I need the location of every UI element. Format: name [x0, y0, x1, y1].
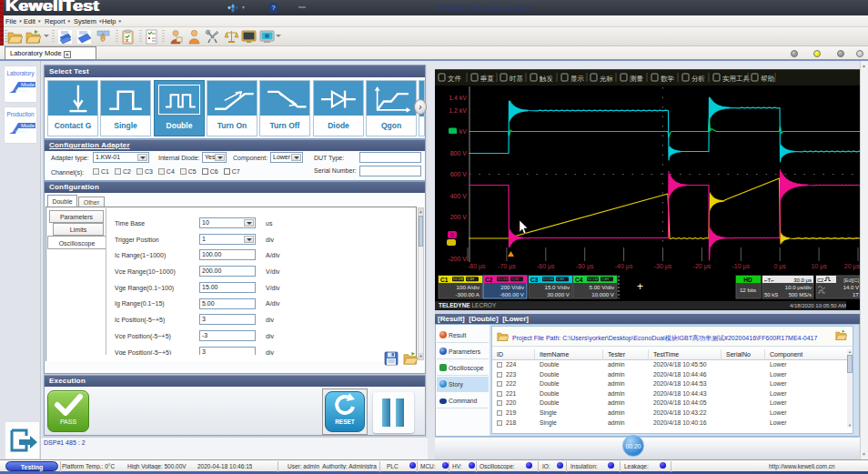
svg-text:-300.00 A: -300.00 A [456, 291, 480, 298]
svg-text:时基: 时基 [510, 75, 524, 83]
svg-text:10.000 V: 10.000 V [591, 291, 615, 298]
svg-text:C4: C4 [575, 277, 583, 283]
svg-text:-30 μs: -30 μs [654, 263, 672, 270]
svg-text:100 A/div: 100 A/div [457, 284, 480, 290]
svg-text:15.0 V/div: 15.0 V/div [544, 284, 570, 290]
svg-text:800 V: 800 V [450, 150, 468, 156]
svg-text:-20 μs: -20 μs [693, 263, 712, 270]
svg-text:KEWELL: KEWELL [15, 130, 28, 134]
svg-text:触发: 触发 [539, 75, 554, 83]
svg-text:200 V: 200 V [450, 214, 468, 220]
svg-text:⌐T⌐: ⌐T⌐ [764, 277, 774, 283]
svg-text:C1H: C1H [467, 277, 474, 281]
svg-text:12 bits: 12 bits [740, 287, 756, 293]
svg-text:30.0 μs: 30.0 μs [793, 277, 812, 283]
svg-text:C2: C2 [485, 277, 493, 283]
svg-text:实用工具: 实用工具 [722, 75, 751, 83]
svg-text:1T: 1T [853, 292, 859, 298]
svg-text:-60 μs: -60 μs [537, 263, 555, 270]
svg-text:600 V: 600 V [450, 171, 468, 177]
svg-text:文件: 文件 [448, 75, 462, 83]
svg-text:KEWELL: KEWELL [15, 89, 28, 93]
svg-text:C4H: C4H [601, 277, 609, 281]
svg-text:测量: 测量 [630, 75, 644, 83]
svg-text:-200 V: -200 V [448, 256, 467, 262]
svg-text:-10 μs: -10 μs [732, 263, 750, 270]
svg-text:0 μs: 0 μs [774, 263, 787, 270]
svg-text:+: + [637, 280, 643, 293]
svg-text:-40 μs: -40 μs [615, 263, 633, 270]
svg-text:30.000 V: 30.000 V [547, 291, 570, 298]
svg-text:C2: C2 [817, 277, 823, 283]
svg-text:14.0 V: 14.0 V [843, 285, 859, 290]
svg-text:垂直: 垂直 [479, 75, 495, 83]
svg-text:5.00 V/div: 5.00 V/div [589, 284, 614, 290]
svg-text:50 kS: 50 kS [764, 292, 778, 298]
svg-text:-50 μs: -50 μs [576, 263, 594, 270]
svg-text:C3: C3 [530, 277, 539, 283]
svg-text:200 V/div: 200 V/div [500, 284, 525, 290]
svg-text:-600.00 V: -600.00 V [500, 291, 525, 298]
svg-text:400 V: 400 V [450, 193, 468, 199]
svg-text:帮助: 帮助 [761, 75, 775, 83]
svg-text:1.4 kV: 1.4 kV [449, 95, 467, 101]
svg-text:0: 0 [450, 232, 454, 238]
svg-text:20 μs: 20 μs [844, 263, 860, 270]
svg-text:10.0 μs/div: 10.0 μs/div [785, 285, 812, 290]
svg-text:Mode: Mode [21, 123, 35, 128]
svg-text:Mode: Mode [21, 82, 35, 87]
svg-text:C1: C1 [440, 277, 449, 283]
svg-text:DC1M: DC1M [588, 277, 598, 281]
svg-text:C2H: C2H [511, 277, 519, 281]
svg-text:DC1M: DC1M [498, 277, 508, 281]
svg-text:数学: 数学 [661, 75, 675, 83]
svg-text:[Ed][C]: [Ed][C] [843, 277, 859, 283]
svg-text:10 μs: 10 μs [811, 263, 827, 270]
svg-text:HD: HD [743, 277, 752, 283]
svg-text:-80 μs: -80 μs [468, 263, 486, 270]
svg-text:DC1M: DC1M [543, 277, 553, 281]
svg-text:TELEDYNE LECROY: TELEDYNE LECROY [439, 302, 497, 308]
svg-text:C3H: C3H [557, 277, 564, 281]
svg-text:光标: 光标 [600, 75, 614, 83]
svg-text:分析: 分析 [691, 75, 706, 83]
svg-text:DC1M: DC1M [453, 277, 463, 281]
svg-text:-70 μs: -70 μs [498, 263, 516, 270]
svg-text:显示: 显示 [570, 75, 585, 83]
svg-text:500 MS/s: 500 MS/s [789, 292, 812, 298]
svg-text:1.2 kV: 1.2 kV [449, 107, 467, 114]
svg-text:4/18/2020 10:05:50 AM: 4/18/2020 10:05:50 AM [790, 303, 846, 308]
